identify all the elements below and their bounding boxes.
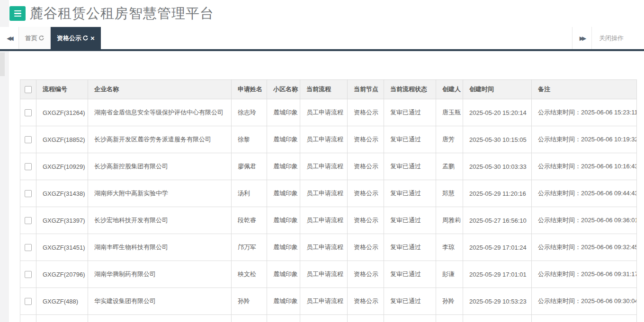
cell-flow: 员工申请流程: [300, 153, 348, 180]
cell-flow: 员工申请流程: [300, 261, 348, 288]
cell-applicant: 秧文松: [232, 261, 267, 288]
cell-remark: 公示结束时间：2025-06-06 10:19:32: [532, 126, 637, 153]
select-all-cell: [20, 80, 36, 99]
refresh-tab-icon[interactable]: [83, 35, 88, 41]
row-checkbox[interactable]: [25, 244, 32, 251]
cell-community: 麓城印象: [267, 234, 300, 261]
cell-remark: 公示结束时间：2025-06-06 09:32:45: [532, 234, 637, 261]
column-header: 备注: [532, 80, 637, 99]
select-all-checkbox[interactable]: [25, 86, 32, 93]
cell-status: 复审已通过: [384, 99, 436, 126]
app-header: 麓谷租赁公租房智慧管理平台: [9, 0, 644, 27]
tab-label: 资格公示: [57, 34, 81, 43]
cell-creator: 周雅莉: [436, 207, 463, 234]
cell-remark: 公示结束时间：2025-06-06 09:30:04: [532, 288, 637, 315]
row-select-cell: [20, 288, 36, 315]
cell-flow: 员工申请流程: [300, 207, 348, 234]
row-checkbox[interactable]: [25, 163, 32, 170]
column-header: 流程编号: [36, 80, 88, 99]
refresh-tab-icon[interactable]: [39, 35, 44, 41]
cell-node: 资格公示: [348, 207, 384, 234]
row-checkbox[interactable]: [25, 217, 32, 224]
cell-status: 复审已通过: [384, 234, 436, 261]
row-checkbox[interactable]: [25, 109, 32, 116]
cell-remark: 公示结束时间：2025-06-06 09:44:43: [532, 180, 637, 207]
scroll-tabs-right-button[interactable]: ▶▶: [572, 27, 592, 49]
row-select-cell: [20, 99, 36, 126]
close-operations-button[interactable]: 关闭操作: [592, 27, 644, 49]
cell-remark: 公示结束时间：2025-06-06 15:23:11: [532, 99, 637, 126]
cell-created: 2025-05-27 16:56:10: [463, 207, 532, 234]
content-panel: 流程编号企业名称申请姓名小区名称当前流程当前节点当前流程状态创建人创建时间备注 …: [9, 51, 644, 322]
table-header-row: 流程编号企业名称申请姓名小区名称当前流程当前节点当前流程状态创建人创建时间备注: [20, 80, 637, 99]
cell-status: 复审已通过: [384, 180, 436, 207]
cell-status: 复审已通过: [384, 207, 436, 234]
column-header: 创建人: [436, 80, 463, 99]
empty-cell: [300, 315, 348, 322]
table-row: GXGZF(31451)湖南丰晖生物科技有限公司邝万军麓城印象员工申请流程资格公…: [20, 234, 637, 261]
row-checkbox[interactable]: [25, 298, 32, 305]
cell-created: 2025-05-30 10:15:05: [463, 126, 532, 153]
cell-creator: 唐玉瓶: [436, 99, 463, 126]
cell-community: 麓城印象: [267, 207, 300, 234]
cell-process-no: GXGZF(18852): [36, 126, 88, 153]
cell-community: 麓城印象: [267, 261, 300, 288]
tab-label: 首页: [25, 34, 37, 43]
table-row: GXGZF(31397)长沙宏地科技开发有限公司段乾睿麓城印象员工申请流程资格公…: [20, 207, 637, 234]
table-row-partial: [20, 315, 637, 322]
table-row: GXGZF(20796)湖南华腾制药有限公司秧文松麓城印象员工申请流程资格公示复…: [20, 261, 637, 288]
cell-company: 湖南丰晖生物科技有限公司: [88, 234, 232, 261]
page-title: 麓谷租赁公租房智慧管理平台: [29, 4, 214, 23]
row-select-cell: [20, 180, 36, 207]
row-checkbox[interactable]: [25, 136, 32, 143]
cell-creator: 彭谦: [436, 261, 463, 288]
tab-item[interactable]: 首页: [19, 27, 51, 49]
cell-community: 麓城印象: [267, 126, 300, 153]
left-scrollbar-thumb[interactable]: [0, 52, 5, 76]
cell-flow: 员工申请流程: [300, 180, 348, 207]
empty-cell: [436, 315, 463, 322]
cell-company: 湖南省金盾信息安全等级保护评估中心有限公司: [88, 99, 232, 126]
cell-process-no: GXGZF(31264): [36, 99, 88, 126]
cell-process-no: GXGZF(31397): [36, 207, 88, 234]
table-row: GXGZF(18852)长沙高新开发区麓谷劳务派遣服务有限公司徐黎麓城印象员工申…: [20, 126, 637, 153]
column-header: 创建时间: [463, 80, 532, 99]
column-header: 企业名称: [88, 80, 232, 99]
cell-remark: 公示结束时间：2025-06-06 09:36:01: [532, 207, 637, 234]
tab-item[interactable]: 资格公示×: [51, 27, 101, 49]
scroll-tabs-left-button[interactable]: ◀◀: [0, 27, 19, 49]
cell-node: 资格公示: [348, 153, 384, 180]
cell-creator: 李琼: [436, 234, 463, 261]
cell-flow: 员工申请流程: [300, 99, 348, 126]
cell-community: 麓城印象: [267, 153, 300, 180]
cell-flow: 员工申请流程: [300, 126, 348, 153]
column-header: 当前流程状态: [384, 80, 436, 99]
row-select-cell: [20, 234, 36, 261]
hamburger-menu-icon[interactable]: [9, 6, 26, 21]
records-table: 流程编号企业名称申请姓名小区名称当前流程当前节点当前流程状态创建人创建时间备注 …: [20, 79, 637, 322]
row-select-cell: [20, 261, 36, 288]
cell-created: 2025-05-20 15:20:14: [463, 99, 532, 126]
cell-applicant: 徐黎: [232, 126, 267, 153]
column-header: 申请姓名: [232, 80, 267, 99]
cell-company: 湖南华腾制药有限公司: [88, 261, 232, 288]
close-tab-icon[interactable]: ×: [90, 35, 95, 42]
tabs: 首页资格公示×: [19, 27, 101, 49]
cell-node: 资格公示: [348, 180, 384, 207]
column-header: 小区名称: [267, 80, 300, 99]
cell-company: 长沙高新开发区麓谷劳务派遣服务有限公司: [88, 126, 232, 153]
cell-applicant: 段乾睿: [232, 207, 267, 234]
cell-created: 2025-05-30 10:03:33: [463, 153, 532, 180]
empty-cell: [36, 315, 88, 322]
row-checkbox[interactable]: [25, 190, 32, 197]
cell-process-no: GXGZF(488): [36, 288, 88, 315]
cell-created: 2025-05-29 17:01:01: [463, 261, 532, 288]
cell-community: 麓城印象: [267, 99, 300, 126]
row-checkbox[interactable]: [25, 271, 32, 278]
empty-cell: [232, 315, 267, 322]
cell-creator: 孟鹏: [436, 153, 463, 180]
cell-flow: 员工申请流程: [300, 234, 348, 261]
row-select-cell: [20, 153, 36, 180]
column-header: 当前流程: [300, 80, 348, 99]
table-row: GXGZF(31438)湖南师大附中高新实验中学汤利麓城印象员工申请流程资格公示…: [20, 180, 637, 207]
